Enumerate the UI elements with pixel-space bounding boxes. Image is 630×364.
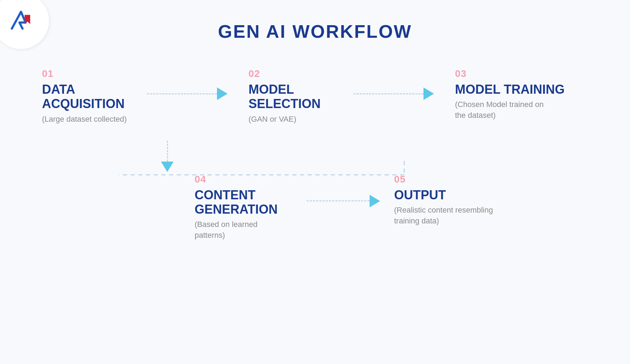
step-01-desc: (Large dataset collected) [42,114,147,125]
step-05-number: 05 [394,174,520,185]
step-04-desc: (Based on learned patterns) [195,219,286,241]
step-04-number: 04 [195,174,300,185]
page-title: GEN AI WORKFLOW [0,21,630,42]
step-03-number: 03 [455,68,567,79]
step-05-desc: (Realistic content resembling training d… [394,205,513,227]
step-02-number: 02 [248,68,354,79]
arrow-01-to-02 [147,87,227,100]
step-01-number: 01 [42,68,147,79]
step-02: 02 MODEL SELECTION (GAN or VAE) [248,68,354,125]
step-02-title: MODEL SELECTION [248,82,354,111]
step-03-title: MODEL TRAINING [455,82,567,97]
arrow-02-to-03 [354,87,434,100]
step-05-title: OUTPUT [394,188,520,202]
step-03: 03 MODEL TRAINING (Chosen Model trained … [455,68,567,121]
step-05: 05 OUTPUT (Realistic content resembling … [394,174,520,227]
logo-icon [9,9,33,33]
step-01-title: DATA ACQUISITION [42,82,147,111]
step-04: 04 CONTENT GENERATION (Based on learned … [195,174,300,241]
arrow-04-to-05 [307,195,380,207]
step-04-title: CONTENT GENERATION [195,188,300,217]
step-02-desc: (GAN or VAE) [248,114,354,125]
step-01: 01 DATA ACQUISITION (Large dataset colle… [42,68,147,125]
arrow-down-connector [161,141,174,172]
step-03-desc: (Chosen Model trained on the dataset) [455,99,553,121]
